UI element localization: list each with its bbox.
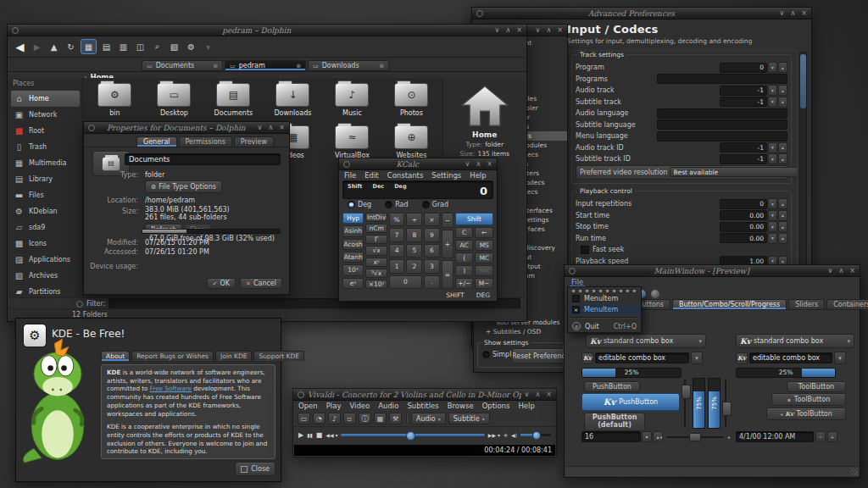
decrement-button[interactable]: −	[815, 431, 826, 442]
window-menu-icon[interactable]	[343, 161, 350, 168]
calc-button[interactable]: 6	[424, 244, 440, 258]
tab[interactable]: Button/Combo/Scroll/Progress	[672, 299, 787, 309]
menu-item[interactable]: Play	[326, 402, 342, 410]
calc-button[interactable]: nCm	[365, 224, 387, 233]
spin-down-icon[interactable]	[768, 198, 777, 209]
calc-button[interactable]: M−	[475, 278, 493, 289]
tab[interactable]: Join KDE	[215, 351, 252, 361]
spin-up-icon[interactable]	[778, 62, 787, 73]
menu-item[interactable]: MenuItem	[568, 293, 641, 304]
radio-simple[interactable]: Simple	[482, 351, 515, 358]
places-item[interactable]: ▤ Library	[11, 171, 80, 187]
spin-up-icon[interactable]	[778, 153, 787, 164]
pref-control[interactable]	[657, 119, 787, 130]
spin-down-icon[interactable]	[768, 153, 777, 164]
toolbar-icon[interactable]: ↻	[64, 40, 78, 53]
tool-button-menu[interactable]: ▪ ToolButton	[771, 393, 846, 406]
menu-item[interactable]: Audio	[378, 402, 398, 410]
free-software-link[interactable]: Free Software	[150, 385, 192, 392]
window-button-icon[interactable]	[536, 27, 541, 34]
pref-control[interactable]: -1	[720, 153, 787, 164]
name-field[interactable]: Documents	[125, 153, 281, 165]
standard-combo[interactable]: Kv standard combo box	[586, 334, 706, 348]
pref-control[interactable]: -1	[720, 142, 787, 153]
calc-button[interactable]: ÷	[406, 213, 422, 226]
window-menu-icon[interactable]	[298, 391, 304, 398]
places-item[interactable]: ▧ Archives	[11, 268, 80, 284]
vertical-slider-2[interactable]	[722, 380, 730, 427]
tab[interactable]: Permissions	[179, 136, 232, 147]
calc-button[interactable]: Asinh	[342, 225, 364, 236]
calc-button[interactable]: 5	[406, 244, 422, 258]
kv-push-button[interactable]: Kv PushButton	[581, 393, 680, 411]
tab[interactable]: General	[136, 136, 177, 147]
spin-up-icon[interactable]	[778, 233, 787, 244]
pref-value[interactable]: 0.00	[720, 222, 767, 232]
window-button-icon[interactable]	[495, 27, 500, 34]
pref-value[interactable]: Best available	[670, 167, 798, 177]
spin-down-icon[interactable]	[768, 97, 777, 108]
menu-item[interactable]: Browse	[448, 402, 474, 410]
calc-button[interactable]: ←	[475, 227, 493, 238]
ok-button[interactable]: ✓OK	[207, 278, 236, 289]
menu-item[interactable]: Subtitles	[407, 402, 438, 410]
folder-tab[interactable]: ▭ Documents ⊗	[142, 60, 223, 71]
tab[interactable]: Sliders	[788, 299, 825, 309]
seek-slider[interactable]	[341, 431, 484, 439]
spin-down-icon[interactable]	[768, 221, 777, 232]
calc-button[interactable]: +	[442, 230, 453, 258]
titlebar[interactable]: Advanced Preferences	[472, 8, 811, 19]
toolbar-icon[interactable]: ◔	[313, 413, 326, 424]
folder-item[interactable]: ↓ Downloads	[263, 81, 322, 124]
pref-control[interactable]	[657, 108, 787, 119]
calc-button[interactable]: (	[455, 252, 474, 263]
places-item[interactable]: ▬ Files	[11, 187, 80, 203]
calc-button[interactable]: eˣ	[342, 278, 364, 289]
calc-button[interactable]: 10ˣ	[342, 264, 364, 275]
window-button-icon[interactable]	[516, 27, 522, 34]
toolbar-icon[interactable]: ⚒	[389, 413, 402, 424]
toolbar-icon[interactable]: ⓘ	[359, 413, 371, 424]
forward-icon[interactable]: ▶▶ ▾	[488, 432, 500, 438]
spin-up-icon[interactable]	[778, 198, 787, 209]
calc-button[interactable]: Hyp	[342, 213, 364, 224]
menu-item[interactable]: Edit	[364, 171, 378, 180]
titlebar[interactable]: pedram – Dolphin	[8, 25, 526, 36]
fullscreen-icon[interactable]: ✛	[504, 432, 508, 438]
caret-button[interactable]	[691, 352, 703, 364]
window-button-icon[interactable]	[465, 161, 470, 168]
play-icon[interactable]: ▶	[298, 431, 303, 439]
pref-control[interactable]: -1	[720, 85, 787, 96]
tab[interactable]: Support KDE	[253, 351, 303, 361]
menu-item[interactable]: Settings	[431, 171, 461, 180]
calc-button[interactable]: √x	[365, 246, 387, 255]
toolbar-icon[interactable]: ⌕	[150, 40, 164, 53]
window-menu-icon[interactable]	[88, 125, 95, 131]
folder-item[interactable]: ⚙ bin	[85, 81, 144, 124]
calc-button[interactable]: 4	[389, 244, 405, 258]
window-button-icon[interactable]	[790, 10, 795, 17]
file-type-options-button[interactable]: ⚙File Type Options	[145, 180, 222, 193]
calc-button[interactable]: 0	[389, 275, 422, 289]
calc-button[interactable]: ×	[424, 213, 440, 226]
pref-value[interactable]	[657, 108, 787, 119]
calc-button[interactable]: +/−	[455, 278, 474, 289]
calc-button[interactable]: xʸ	[365, 258, 387, 267]
window-button-icon[interactable]	[801, 10, 807, 17]
slider-thumb[interactable]	[722, 402, 732, 416]
window-button-icon[interactable]	[505, 27, 510, 34]
toolbar-icon[interactable]: ▥	[116, 40, 131, 53]
filter-close-icon[interactable]	[76, 301, 83, 308]
pref-control[interactable]: -1	[720, 97, 787, 108]
slider-thumb[interactable]	[689, 433, 701, 441]
calc-button[interactable]: Acosh	[342, 239, 364, 250]
window-menu-icon[interactable]	[12, 27, 19, 34]
tab[interactable]: About	[101, 351, 130, 361]
window-button-icon[interactable]	[279, 125, 285, 131]
cancel-button[interactable]: ✕Cancel	[240, 278, 282, 289]
spin-up-icon[interactable]	[778, 85, 787, 96]
quit-menu-item[interactable]: ⊘ Quit Ctrl+Q	[568, 320, 641, 332]
volume-slider[interactable]	[520, 431, 551, 439]
spin-up-icon[interactable]	[778, 97, 787, 108]
places-item[interactable]: ▨ Applications	[11, 252, 80, 268]
